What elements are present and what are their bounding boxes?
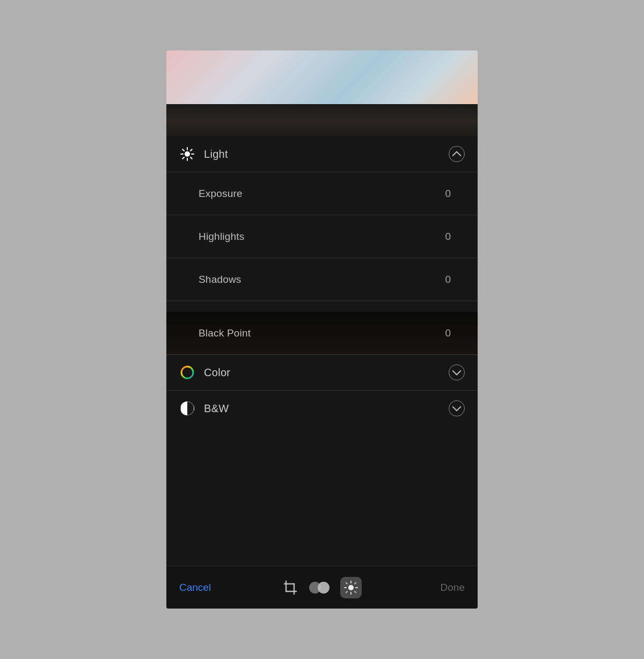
color-section: Color bbox=[166, 355, 478, 391]
brightness-row[interactable]: Brightness 0 bbox=[166, 301, 478, 312]
exposure-label: Exposure bbox=[199, 188, 440, 200]
photo-blurred-bg: Black Point 0 bbox=[166, 312, 478, 355]
svg-line-21 bbox=[355, 582, 356, 583]
exposure-value: 0 bbox=[440, 188, 451, 200]
svg-line-7 bbox=[191, 149, 192, 151]
chevron-up-icon bbox=[453, 151, 460, 157]
bw-chevron-button[interactable] bbox=[449, 400, 465, 416]
auto-tool-button[interactable] bbox=[309, 580, 330, 595]
toolbar-tools bbox=[251, 577, 393, 598]
bw-section: B&W bbox=[166, 391, 478, 426]
color-section-header[interactable]: Color bbox=[166, 355, 478, 391]
adjustments-panel: Light Exposure 0 Highlights 0 Shadows 0 bbox=[166, 136, 478, 609]
svg-line-8 bbox=[182, 157, 184, 159]
svg-line-5 bbox=[182, 149, 184, 151]
highlights-label: Highlights bbox=[199, 231, 440, 243]
exposure-row[interactable]: Exposure 0 bbox=[166, 172, 478, 215]
svg-point-0 bbox=[185, 151, 190, 157]
color-ring-icon bbox=[180, 365, 194, 379]
svg-line-22 bbox=[346, 591, 347, 592]
black-point-row[interactable]: Black Point 0 bbox=[166, 312, 478, 355]
adjust-tool-button[interactable] bbox=[340, 577, 362, 598]
light-section-title: Light bbox=[204, 148, 449, 160]
shadows-label: Shadows bbox=[199, 274, 440, 285]
light-icon bbox=[179, 146, 195, 162]
shadows-value: 0 bbox=[440, 274, 451, 285]
bw-section-header[interactable]: B&W bbox=[166, 391, 478, 426]
done-button[interactable]: Done bbox=[393, 582, 465, 594]
photo-editor-panel: Light Exposure 0 Highlights 0 Shadows 0 bbox=[166, 50, 478, 609]
adjustments-list: Exposure 0 Highlights 0 Shadows 0 Bright… bbox=[166, 172, 478, 312]
chevron-down-icon bbox=[453, 369, 460, 376]
svg-line-19 bbox=[346, 582, 347, 583]
light-section-header[interactable]: Light bbox=[166, 136, 478, 172]
chevron-down-icon-bw bbox=[453, 405, 460, 412]
cancel-button[interactable]: Cancel bbox=[179, 582, 251, 594]
color-chevron-button[interactable] bbox=[449, 364, 465, 380]
bw-icon bbox=[179, 400, 195, 416]
photo-preview bbox=[166, 50, 478, 136]
bw-half-circle-icon bbox=[180, 401, 194, 415]
light-chevron-button[interactable] bbox=[449, 146, 465, 162]
black-point-value: 0 bbox=[440, 327, 451, 339]
bw-section-title: B&W bbox=[204, 402, 449, 415]
svg-line-20 bbox=[355, 591, 356, 592]
highlights-value: 0 bbox=[440, 231, 451, 243]
black-point-section: Black Point 0 bbox=[166, 312, 478, 355]
panel-spacer bbox=[166, 426, 478, 566]
crop-tool-button[interactable] bbox=[282, 580, 298, 596]
circle-right-icon bbox=[318, 582, 330, 594]
highlights-row[interactable]: Highlights 0 bbox=[166, 215, 478, 258]
svg-line-6 bbox=[191, 157, 192, 159]
crop-icon bbox=[282, 580, 298, 596]
adjust-icon bbox=[344, 581, 358, 595]
toolbar: Cancel bbox=[166, 566, 478, 609]
svg-point-14 bbox=[348, 585, 354, 590]
shadows-row[interactable]: Shadows 0 bbox=[166, 258, 478, 301]
black-point-label: Black Point bbox=[199, 327, 440, 339]
sun-icon bbox=[180, 147, 194, 161]
photo-top bbox=[166, 50, 478, 104]
svg-point-9 bbox=[181, 367, 193, 378]
color-icon bbox=[179, 364, 195, 380]
color-section-title: Color bbox=[204, 367, 449, 379]
photo-bottom bbox=[166, 104, 478, 136]
